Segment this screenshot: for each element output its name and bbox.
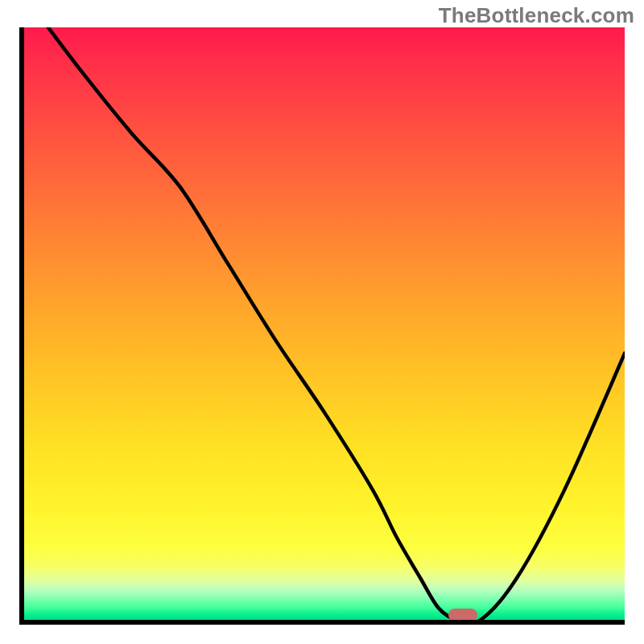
watermark-text: TheBottleneck.com bbox=[439, 3, 634, 28]
chart-container: TheBottleneck.com bbox=[0, 0, 644, 644]
plot-area bbox=[19, 27, 625, 625]
bottleneck-curve bbox=[24, 27, 625, 620]
optimal-marker bbox=[448, 609, 477, 621]
